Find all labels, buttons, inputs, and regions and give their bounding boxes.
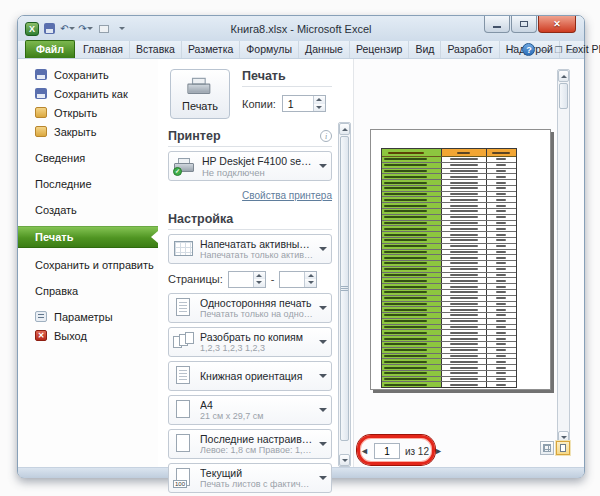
settings-heading: Настройка	[168, 212, 233, 226]
chevron-down-icon	[319, 340, 327, 344]
sidebar-item-options[interactable]: Параметры	[18, 307, 158, 326]
copies-label: Копии:	[242, 98, 276, 110]
portrait-orientation-icon	[173, 366, 195, 386]
chevron-down-icon	[319, 164, 327, 168]
sidebar-item-save-send[interactable]: Сохранить и отправить	[18, 255, 158, 274]
sidebar-item-save[interactable]: Сохранить	[18, 65, 158, 84]
margins-grid-icon	[543, 444, 551, 452]
sidebar-item-info[interactable]: Сведения	[18, 148, 158, 167]
print-settings-panel: Печать Печать Копии: 1	[158, 59, 338, 467]
chevron-down-icon	[319, 442, 327, 446]
doc-minimize-icon[interactable]: —	[540, 45, 549, 55]
title-bar: X ↶ ↷ Книга8.xlsx - Microsoft Excel ✕	[18, 16, 584, 41]
doc-restore-icon[interactable]: ❐	[554, 45, 562, 55]
pages-label: Страницы:	[168, 273, 223, 285]
doc-close-icon[interactable]: ▭	[567, 45, 576, 55]
printer-name: HP Deskjet F4100 series	[202, 155, 314, 167]
sidebar-item-print[interactable]: Печать	[18, 226, 158, 248]
pages-to-down-icon[interactable]	[305, 279, 316, 287]
scroll-down-icon[interactable]	[339, 454, 350, 466]
current-page-input[interactable]	[374, 443, 400, 459]
paper-size-dropdown[interactable]: A4 21 см x 29,7 см	[168, 395, 332, 425]
orientation-dropdown[interactable]: Книжная ориентация	[168, 361, 332, 391]
copies-stepper[interactable]: 1	[282, 95, 326, 112]
collate-icon	[173, 332, 195, 352]
print-heading: Печать	[242, 69, 332, 87]
tab-home[interactable]: Главная	[77, 41, 130, 58]
sidebar-item-close[interactable]: Закрыть	[18, 122, 158, 141]
one-sided-print-icon	[173, 298, 195, 318]
minimize-button[interactable]	[484, 16, 510, 33]
copies-up-icon[interactable]	[314, 96, 325, 104]
scrollbar-thumb[interactable]	[340, 136, 349, 441]
print-button[interactable]: Печать	[170, 69, 230, 119]
scroll-up-icon[interactable]	[339, 123, 350, 135]
tab-review[interactable]: Рецензир	[350, 41, 409, 58]
paper-size-icon	[173, 400, 195, 420]
printer-properties-link[interactable]: Свойства принтера	[242, 190, 332, 201]
copies-value: 1	[283, 96, 313, 111]
previous-page-icon[interactable]: ◄	[360, 446, 369, 456]
close-button[interactable]: ✕	[538, 16, 576, 33]
preview-scrollbar	[557, 69, 570, 444]
close-folder-icon	[35, 126, 47, 137]
scroll-up-icon[interactable]	[558, 70, 569, 82]
printer-device-icon: ✓	[173, 156, 197, 176]
collate-dropdown[interactable]: Разобрать по копиям 1,2,3 1,2,3 1,2,3	[168, 327, 332, 357]
maximize-icon	[520, 21, 528, 27]
page-count-label: из 12	[405, 446, 429, 457]
screenshot-root: X ↶ ↷ Книга8.xlsx - Microsoft Excel ✕ Фа…	[0, 0, 600, 496]
zoom-page-icon	[560, 444, 566, 452]
save-icon	[35, 69, 47, 80]
pages-from-down-icon[interactable]	[254, 279, 265, 287]
custom-margins-icon	[173, 434, 195, 454]
tab-file[interactable]: Файл	[25, 40, 75, 58]
sidebar-item-open[interactable]: Открыть	[18, 103, 158, 122]
minimize-icon	[493, 26, 501, 28]
tab-formulas[interactable]: Формулы	[240, 41, 299, 58]
scrollbar-thumb[interactable]	[559, 83, 568, 109]
pages-to-stepper[interactable]	[279, 271, 317, 288]
tab-developer[interactable]: Разработ	[441, 41, 499, 58]
backstage-sidebar: Сохранить Сохранить как Открыть Закрыть …	[18, 59, 158, 467]
close-icon: ✕	[553, 19, 561, 29]
collapse-ribbon-icon[interactable]: ⌃	[510, 45, 518, 55]
options-icon	[35, 311, 47, 322]
settings-scrollbar	[338, 122, 351, 467]
chevron-down-icon	[319, 374, 327, 378]
pages-from-stepper[interactable]	[228, 271, 266, 288]
printer-status: Не подключен	[202, 167, 314, 178]
tab-data[interactable]: Данные	[299, 41, 350, 58]
margins-dropdown[interactable]: Последние настраиваемые ... Левое: 1,8 с…	[168, 429, 332, 459]
printer-icon	[186, 75, 214, 98]
sidebar-item-save-as[interactable]: Сохранить как	[18, 84, 158, 103]
printer-heading: Принтер	[168, 129, 221, 143]
print-what-dropdown[interactable]: Напечатать активные листы Напечатать тол…	[168, 234, 332, 264]
scale-current-icon: 100	[173, 468, 195, 488]
sidebar-item-help[interactable]: Справка	[18, 281, 158, 300]
preview-table	[381, 148, 517, 388]
tab-insert[interactable]: Вставка	[130, 41, 182, 58]
duplex-dropdown[interactable]: Односторонняя печать Печатать только на …	[168, 293, 332, 323]
sidebar-item-exit[interactable]: ✕Выход	[18, 326, 158, 345]
preview-page	[370, 129, 551, 390]
maximize-button[interactable]	[511, 16, 537, 33]
exit-icon: ✕	[35, 330, 47, 341]
copies-down-icon[interactable]	[314, 104, 325, 112]
help-icon[interactable]: ?	[522, 43, 535, 56]
page-navigation: ◄ из 12 ►	[360, 443, 443, 459]
sidebar-item-recent[interactable]: Последние	[18, 174, 158, 193]
tab-page-layout[interactable]: Разметка	[182, 41, 240, 58]
printer-select[interactable]: ✓ HP Deskjet F4100 series Не подключен	[168, 151, 332, 181]
zoom-to-page-button[interactable]	[556, 441, 570, 455]
printer-info-icon[interactable]: i	[320, 130, 332, 142]
tab-view[interactable]: Вид	[409, 41, 441, 58]
next-page-icon[interactable]: ►	[434, 446, 443, 456]
pages-from-up-icon[interactable]	[254, 272, 265, 280]
sidebar-item-new[interactable]: Создать	[18, 200, 158, 219]
ribbon-tab-row: Файл Главная Вставка Разметка Формулы Да…	[18, 41, 584, 59]
show-margins-button[interactable]	[540, 441, 554, 455]
pages-to-up-icon[interactable]	[305, 272, 316, 280]
scaling-dropdown[interactable]: 100 Текущий Печать листов с фактическ...	[168, 463, 332, 493]
preview-table-row	[382, 382, 516, 387]
